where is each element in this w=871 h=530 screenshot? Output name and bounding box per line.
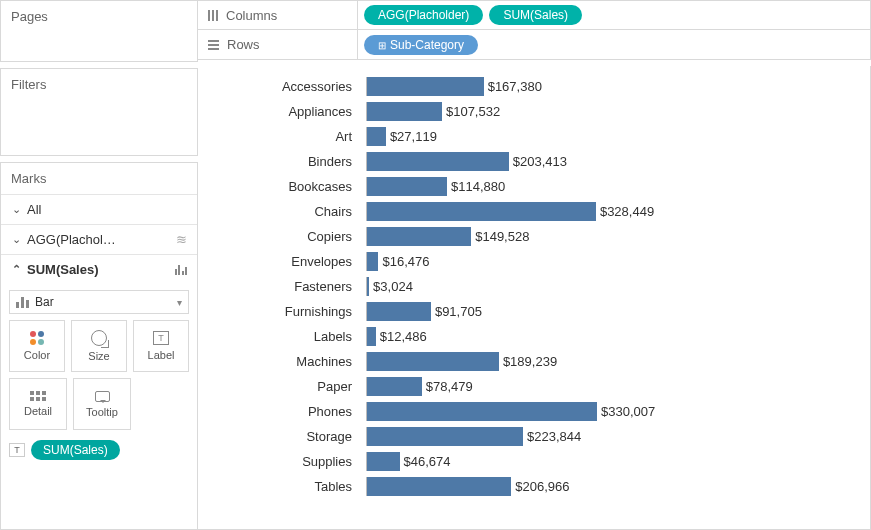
marks-agg-row[interactable]: ⌄ AGG(Plachol… ≋ <box>1 224 197 254</box>
chart-row[interactable]: Supplies$46,674 <box>206 449 862 474</box>
marks-agg-label: AGG(Plachol… <box>27 232 176 247</box>
chart-bar-wrap: $46,674 <box>366 452 862 471</box>
chart-row[interactable]: Bookcases$114,880 <box>206 174 862 199</box>
bar-icon <box>16 297 29 308</box>
chart-value-label: $12,486 <box>380 329 427 344</box>
viz-canvas[interactable]: Accessories$167,380Appliances$107,532Art… <box>198 66 871 530</box>
chart-row[interactable]: Labels$12,486 <box>206 324 862 349</box>
marks-sum-label: SUM(Sales) <box>27 262 175 277</box>
chart-value-label: $16,476 <box>382 254 429 269</box>
chart-bar[interactable] <box>367 352 499 371</box>
chart-value-label: $149,528 <box>475 229 529 244</box>
chart-category-label: Bookcases <box>206 179 366 194</box>
chart-row[interactable]: Accessories$167,380 <box>206 74 862 99</box>
chart-row[interactable]: Chairs$328,449 <box>206 199 862 224</box>
tooltip-icon <box>95 391 110 402</box>
chart-row[interactable]: Machines$189,239 <box>206 349 862 374</box>
label-pill[interactable]: SUM(Sales) <box>31 440 120 460</box>
chart-category-label: Furnishings <box>206 304 366 319</box>
chart-bar-wrap: $203,413 <box>366 152 862 171</box>
chevron-down-icon: ⌄ <box>11 203 21 216</box>
bar-icon <box>175 265 188 275</box>
chart-bar[interactable] <box>367 277 369 296</box>
chart-category-label: Storage <box>206 429 366 444</box>
chart-bar-wrap: $189,239 <box>366 352 862 371</box>
rows-icon <box>208 40 219 50</box>
marks-header: Marks <box>1 163 197 194</box>
chart-value-label: $167,380 <box>488 79 542 94</box>
columns-pill-agg[interactable]: AGG(Placholder) <box>364 5 483 25</box>
chart-row[interactable]: Paper$78,479 <box>206 374 862 399</box>
chart-bar[interactable] <box>367 202 596 221</box>
columns-pill-sum[interactable]: SUM(Sales) <box>489 5 582 25</box>
rows-pill-subcategory[interactable]: ⊞Sub-Category <box>364 35 478 55</box>
size-icon <box>91 330 107 346</box>
columns-icon <box>208 10 218 21</box>
chart-category-label: Chairs <box>206 204 366 219</box>
chart-category-label: Machines <box>206 354 366 369</box>
chart-bar[interactable] <box>367 302 431 321</box>
mark-type-label: Bar <box>35 295 54 309</box>
chart-bar[interactable] <box>367 152 509 171</box>
tooltip-button[interactable]: Tooltip <box>73 378 131 430</box>
chart-bar-wrap: $91,705 <box>366 302 862 321</box>
rows-shelf[interactable]: Rows ⊞Sub-Category <box>198 30 871 60</box>
chart-bar[interactable] <box>367 477 511 496</box>
columns-label: Columns <box>226 8 277 23</box>
chart-value-label: $3,024 <box>373 279 413 294</box>
chart-row[interactable]: Appliances$107,532 <box>206 99 862 124</box>
chart-bar-wrap: $16,476 <box>366 252 862 271</box>
marks-sum-row[interactable]: ⌃ SUM(Sales) <box>1 254 197 284</box>
chart-bar-wrap: $206,966 <box>366 477 862 496</box>
chart-bar-wrap: $330,007 <box>366 402 862 421</box>
chart-value-label: $27,119 <box>390 129 437 144</box>
chart-row[interactable]: Fasteners$3,024 <box>206 274 862 299</box>
chart-bar-wrap: $3,024 <box>366 277 862 296</box>
chart-category-label: Envelopes <box>206 254 366 269</box>
size-button[interactable]: Size <box>71 320 127 372</box>
mark-type-dropdown[interactable]: Bar ▾ <box>9 290 189 314</box>
chart-bar[interactable] <box>367 402 597 421</box>
chart-row[interactable]: Phones$330,007 <box>206 399 862 424</box>
chart-bar[interactable] <box>367 127 386 146</box>
chart-category-label: Phones <box>206 404 366 419</box>
chart-row[interactable]: Binders$203,413 <box>206 149 862 174</box>
chart-bar[interactable] <box>367 177 447 196</box>
chart-bar[interactable] <box>367 102 442 121</box>
chart-category-label: Paper <box>206 379 366 394</box>
color-icon <box>30 331 44 345</box>
chart-bar[interactable] <box>367 452 400 471</box>
chart-row[interactable]: Envelopes$16,476 <box>206 249 862 274</box>
chart-category-label: Labels <box>206 329 366 344</box>
label-button[interactable]: T Label <box>133 320 189 372</box>
color-button[interactable]: Color <box>9 320 65 372</box>
chart-row[interactable]: Storage$223,844 <box>206 424 862 449</box>
pages-header: Pages <box>1 1 197 32</box>
marks-card: Marks ⌄ All ⌄ AGG(Plachol… ≋ ⌃ SUM(Sales… <box>0 162 198 530</box>
filters-card: Filters <box>0 68 198 156</box>
stack-icon: ≋ <box>176 232 187 247</box>
chart-bar[interactable] <box>367 252 378 271</box>
dropdown-caret-icon: ▾ <box>177 297 182 308</box>
chart-value-label: $206,966 <box>515 479 569 494</box>
label-icon: T <box>153 331 169 345</box>
chart-value-label: $91,705 <box>435 304 482 319</box>
chart-bar-wrap: $114,880 <box>366 177 862 196</box>
chart-row[interactable]: Copiers$149,528 <box>206 224 862 249</box>
chart-row[interactable]: Tables$206,966 <box>206 474 862 499</box>
chart-bar-wrap: $328,449 <box>366 202 862 221</box>
columns-shelf[interactable]: Columns AGG(Placholder) SUM(Sales) <box>198 0 871 30</box>
chart-value-label: $46,674 <box>404 454 451 469</box>
chart-bar[interactable] <box>367 227 471 246</box>
chart-category-label: Binders <box>206 154 366 169</box>
marks-all-row[interactable]: ⌄ All <box>1 194 197 224</box>
chart-category-label: Copiers <box>206 229 366 244</box>
chart-row[interactable]: Art$27,119 <box>206 124 862 149</box>
detail-button[interactable]: Detail <box>9 378 67 430</box>
chart-bar[interactable] <box>367 427 523 446</box>
chart-row[interactable]: Furnishings$91,705 <box>206 299 862 324</box>
chart-bar[interactable] <box>367 377 422 396</box>
chart-bar[interactable] <box>367 77 484 96</box>
chart-bar[interactable] <box>367 327 376 346</box>
chart-value-label: $203,413 <box>513 154 567 169</box>
